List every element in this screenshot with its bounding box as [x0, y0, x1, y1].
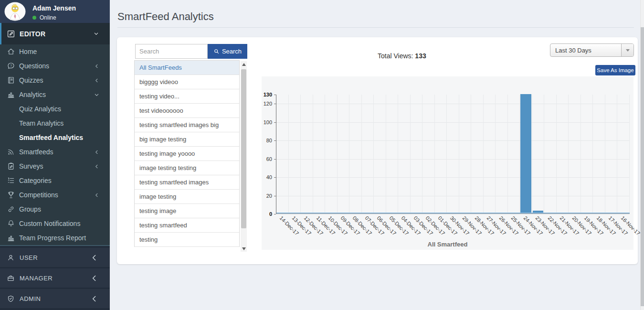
- edit-icon: [7, 30, 15, 38]
- sidebar-item-smartfeed-analytics[interactable]: Smartfeed Analytics: [0, 130, 110, 145]
- feed-list-item[interactable]: testing: [135, 233, 239, 247]
- feed-list-item[interactable]: testing smartfeed images big: [135, 118, 239, 132]
- dropdown-caret-button[interactable]: [621, 44, 633, 56]
- save-as-image-button[interactable]: Save As Image: [595, 65, 635, 75]
- feed-list-item[interactable]: image testing: [135, 190, 239, 204]
- y-axis-tick-label: 130: [262, 92, 272, 97]
- chart-column: 27-Nov-17: [484, 95, 496, 214]
- search-button[interactable]: Search: [208, 44, 247, 59]
- search-input[interactable]: [135, 44, 208, 59]
- chart-y-axis: 020406080100120130: [262, 95, 274, 214]
- sidebar-item-team-progress-report[interactable]: Team Progress Report: [0, 231, 110, 245]
- feed-list-item[interactable]: testing image yoooo: [135, 147, 239, 161]
- sidebar-item-custom-notifications[interactable]: Custom Notifications: [0, 216, 110, 231]
- chart-column: 13-Dec-17: [289, 95, 301, 214]
- y-axis-tick-mark: [274, 177, 276, 178]
- chart-column: 12-Dec-17: [301, 95, 313, 214]
- sidebar-item-groups[interactable]: Groups: [0, 202, 110, 216]
- date-range-dropdown[interactable]: Last 30 Days: [550, 43, 634, 57]
- feed-list-item[interactable]: testing video...: [135, 89, 239, 104]
- feed-icon: [7, 148, 15, 156]
- chevron-left-icon: [94, 64, 99, 69]
- y-axis-tick-label: 40: [262, 174, 272, 180]
- briefcase-icon: [7, 274, 15, 282]
- feed-list-item[interactable]: testing smartfeed images: [135, 175, 239, 190]
- chart-column: 08-Dec-17: [349, 95, 362, 214]
- chart-column: 19-Nov-17: [581, 95, 593, 214]
- sidebar-item-quizzes[interactable]: Quizzes: [0, 73, 110, 87]
- chevron-down-icon: [94, 92, 99, 97]
- chart-bar[interactable]: [520, 94, 531, 214]
- chart-column: 14-Dec-17: [276, 95, 289, 214]
- sidebar-item-surveys[interactable]: Surveys: [0, 159, 110, 173]
- chart-column: 22-Nov-17: [544, 95, 557, 214]
- quiz-icon: [7, 76, 15, 85]
- sidebar-sections: USERMANAGERADMIN: [0, 246, 110, 310]
- chart-column: 29-Nov-17: [459, 95, 472, 214]
- y-axis-tick-mark: [274, 214, 276, 214]
- feed-list-item[interactable]: testing smartfeed: [135, 218, 239, 233]
- feed-list-item[interactable]: testing image: [135, 204, 239, 218]
- scroll-up-arrow-icon[interactable]: [241, 61, 247, 67]
- feed-list-item[interactable]: bigggg videoo: [135, 75, 239, 89]
- y-axis-tick-mark: [274, 95, 276, 95]
- sidebar-item-label: Team Progress Report: [19, 234, 103, 242]
- sidebar-item-team-analytics[interactable]: Team Analytics: [0, 116, 110, 130]
- sidebar-item-home[interactable]: Home: [0, 44, 110, 59]
- list-scrollbar-thumb[interactable]: [241, 69, 246, 228]
- y-axis-tick-label: 60: [262, 156, 272, 162]
- report-icon: [7, 234, 15, 242]
- y-axis-tick-mark: [274, 140, 276, 141]
- chevron-left-icon: [94, 150, 99, 155]
- sidebar-item-label: Smartfeeds: [19, 148, 94, 156]
- chart-column: 02-Dec-17: [422, 95, 435, 214]
- zero-baseline: [276, 213, 630, 214]
- main-content: SmartFeed Analytics Search All SmartFeed…: [110, 0, 640, 310]
- chevron-left-icon: [94, 192, 99, 198]
- y-axis-tick-label: 20: [262, 193, 272, 199]
- sidebar-section-label: USER: [20, 254, 90, 261]
- sidebar-item-analytics[interactable]: Analytics: [0, 87, 110, 102]
- sidebar-section-manager[interactable]: MANAGER: [0, 268, 110, 288]
- sidebar-section-admin[interactable]: ADMIN: [0, 289, 110, 308]
- chart-column: 30-Nov-17: [447, 95, 459, 214]
- chart-column: 05-Dec-17: [386, 95, 399, 214]
- sidebar-item-quiz-analytics[interactable]: Quiz Analytics: [0, 102, 110, 116]
- chart-column: 23-Nov-17: [532, 95, 545, 214]
- chevron-down-icon: [94, 31, 99, 36]
- sidebar-item-smartfeeds[interactable]: Smartfeeds: [0, 145, 110, 159]
- chart-title: All Smartfeed: [262, 241, 633, 248]
- feed-list-item[interactable]: image testing testing: [135, 161, 239, 175]
- chart-column: 20-Nov-17: [569, 95, 581, 214]
- page-scrollbar-thumb[interactable]: [641, 27, 644, 306]
- list-scrollbar: [241, 61, 247, 252]
- sidebar-section-user[interactable]: USER: [0, 248, 110, 267]
- sidebar-item-label: Custom Notifications: [19, 220, 103, 227]
- trophy-icon: [7, 191, 15, 199]
- svg-text:?: ?: [10, 64, 12, 67]
- feed-list-item[interactable]: big image testing: [135, 132, 239, 147]
- chart-column: 11-Dec-17: [313, 95, 326, 214]
- sidebar-item-categories[interactable]: Categories: [0, 173, 110, 188]
- sidebar-header-editor[interactable]: EDITOR: [0, 23, 110, 44]
- sidebar-item-questions[interactable]: ?Questions: [0, 59, 110, 73]
- sidebar-item-label: Analytics: [19, 91, 94, 98]
- chevron-left-icon: [90, 274, 98, 282]
- sidebar-item-competitions[interactable]: Competitions: [0, 188, 110, 202]
- link-icon: [7, 205, 15, 214]
- smartfeed-list: All SmartFeedsbigggg videootesting video…: [134, 60, 240, 247]
- feed-list-item[interactable]: test videoooooo: [135, 104, 239, 118]
- sidebar-item-label: Quizzes: [19, 76, 94, 84]
- title-divider: [117, 27, 634, 28]
- question-icon: ?: [7, 62, 15, 70]
- home-icon: [7, 47, 15, 56]
- feed-list-item[interactable]: All SmartFeeds: [135, 61, 239, 75]
- search-button-label: Search: [222, 48, 242, 55]
- total-views-value: 133: [415, 52, 426, 60]
- user-status: Online: [32, 14, 56, 21]
- avatar: [4, 2, 26, 21]
- y-axis-tick-label: 80: [262, 138, 272, 143]
- user-panel: Adam Jensen Online: [0, 0, 110, 23]
- scroll-down-arrow-icon[interactable]: [241, 246, 247, 252]
- page-title: SmartFeed Analytics: [117, 11, 214, 23]
